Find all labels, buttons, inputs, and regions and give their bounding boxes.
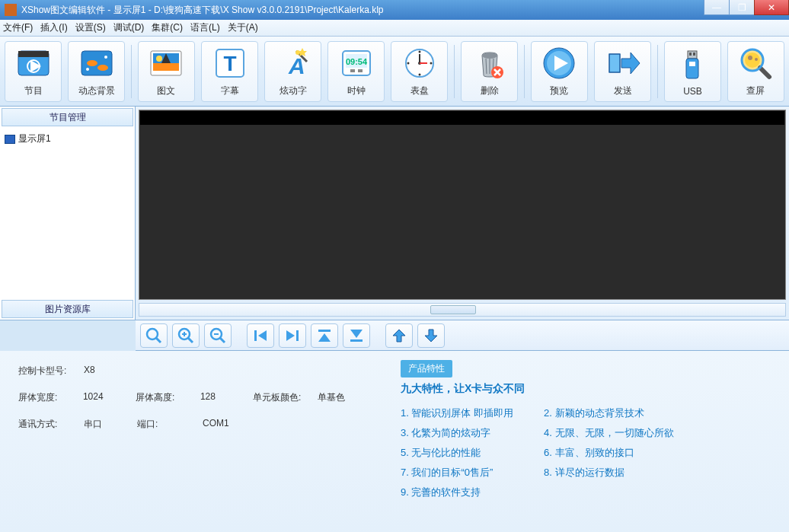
device-info: 控制卡型号: X8 屏体宽度: 1024 屏体高度: 128 单元板颜色: 单基… <box>0 351 388 532</box>
svg-marker-65 <box>286 330 295 341</box>
menu-item-5[interactable]: 语言(L) <box>190 21 220 34</box>
features-tag: 产品特性 <box>401 360 452 377</box>
ctrl-down[interactable] <box>417 323 445 348</box>
ctrl-up[interactable] <box>385 323 413 348</box>
ctrl-first[interactable] <box>247 323 274 348</box>
titlebar: XShow图文编辑软件 - 显示屏1 - D:\搜狗高速下载\X Show v3… <box>0 0 789 20</box>
menubar: 文件(F)插入(I)设置(S)调试(D)集群(C)语言(L)关于(A) <box>0 20 789 37</box>
svg-marker-71 <box>425 330 437 342</box>
tool-play[interactable]: 预览 <box>531 41 588 102</box>
tool-subtitle[interactable]: T字幕 <box>201 41 258 102</box>
tool-program[interactable]: 节目 <box>5 41 62 102</box>
canvas-area <box>136 107 789 320</box>
svg-rect-66 <box>318 330 331 332</box>
svg-line-51 <box>760 68 769 77</box>
tool-usb[interactable]: USB <box>664 41 721 102</box>
tool-label: 时钟 <box>347 84 366 97</box>
ctrl-zoom-in[interactable] <box>172 323 200 348</box>
svg-point-7 <box>104 56 107 59</box>
svg-rect-39 <box>609 54 620 72</box>
menu-item-6[interactable]: 关于(A) <box>228 21 258 34</box>
tool-send[interactable]: 发送 <box>594 41 651 102</box>
svg-point-31 <box>482 53 497 59</box>
features-heading: 九大特性，让X卡与众不同 <box>401 382 777 396</box>
svg-rect-42 <box>688 51 697 59</box>
horizontal-scrollbar[interactable] <box>139 303 786 317</box>
toolbar-separator <box>454 45 455 98</box>
tree-item-screen1[interactable]: 显示屏1 <box>5 131 130 147</box>
svg-rect-64 <box>296 330 299 341</box>
feature-item: 9. 完善的软件支持 <box>401 483 513 502</box>
height-value: 128 <box>200 391 253 404</box>
svg-point-11 <box>156 56 162 62</box>
svg-point-30 <box>407 62 409 65</box>
tool-picture[interactable]: 图文 <box>138 41 195 102</box>
tool-delete[interactable]: 删除 <box>461 41 518 102</box>
svg-rect-62 <box>254 330 257 341</box>
zoom-reset-icon <box>145 327 163 345</box>
svg-point-27 <box>418 51 420 53</box>
tool-magictext[interactable]: A炫动字 <box>264 41 321 102</box>
card-model-value: X8 <box>84 365 137 377</box>
menu-item-3[interactable]: 调试(D) <box>113 21 145 34</box>
svg-marker-70 <box>393 330 405 342</box>
menu-item-1[interactable]: 插入(I) <box>40 21 67 34</box>
sidebar-header[interactable]: 节目管理 <box>2 108 133 126</box>
svg-rect-46 <box>693 53 695 56</box>
close-button[interactable]: ✕ <box>754 0 789 15</box>
tool-label: 炫动字 <box>280 84 307 97</box>
menu-item-0[interactable]: 文件(F) <box>3 21 33 34</box>
up-icon <box>390 327 408 345</box>
feature-item: 7. 我们的目标“0售后” <box>401 463 513 483</box>
menu-item-2[interactable]: 设置(S) <box>75 21 106 34</box>
svg-point-5 <box>87 60 97 66</box>
ctrl-zoom-reset[interactable] <box>140 323 168 348</box>
play-icon <box>541 45 577 81</box>
preview-canvas[interactable] <box>139 110 786 300</box>
tool-digiclock[interactable]: 09:54时钟 <box>327 41 385 102</box>
tool-search[interactable]: 查屏 <box>727 41 784 102</box>
toolbar-separator <box>657 45 658 98</box>
tool-dial[interactable]: 表盘 <box>391 41 448 102</box>
tool-label: 发送 <box>614 84 632 97</box>
tool-label: 查屏 <box>746 84 765 97</box>
svg-line-56 <box>188 338 193 342</box>
svg-rect-21 <box>350 69 355 72</box>
toolbar: 节目动态背景图文T字幕A炫动字09:54时钟表盘删除预览发送USB查屏 <box>0 37 789 107</box>
tool-label: 字幕 <box>221 84 239 97</box>
preview-control-bar <box>136 320 789 351</box>
svg-rect-68 <box>350 339 363 342</box>
digiclock-icon: 09:54 <box>338 45 375 81</box>
features-list-right: 2. 新颖的动态背景技术4. 无限、无限，一切随心所欲6. 丰富、别致的接口8.… <box>544 403 673 502</box>
tool-dynbg[interactable]: 动态背景 <box>68 41 125 102</box>
svg-text:T: T <box>223 52 236 75</box>
zoom-out-icon <box>209 327 227 345</box>
tree-item-label: 显示屏1 <box>18 132 51 145</box>
tool-label: 节目 <box>24 84 43 97</box>
feature-item: 8. 详尽的运行数据 <box>544 463 673 483</box>
comm-value: 串口 <box>84 418 137 431</box>
svg-rect-12 <box>153 63 179 71</box>
ctrl-bottom[interactable] <box>343 323 370 348</box>
toolbar-separator <box>524 45 525 98</box>
svg-marker-69 <box>350 330 363 338</box>
svg-rect-22 <box>358 69 363 72</box>
svg-point-53 <box>147 329 158 339</box>
picture-icon <box>148 45 184 81</box>
sidebar-footer[interactable]: 图片资源库 <box>2 300 133 318</box>
svg-point-6 <box>97 65 108 71</box>
ctrl-last[interactable] <box>279 323 306 348</box>
menu-item-4[interactable]: 集群(C) <box>152 21 183 34</box>
ctrl-top[interactable] <box>311 323 338 348</box>
usb-icon <box>674 46 711 83</box>
scrollbar-thumb[interactable] <box>430 305 476 314</box>
port-value: COM1 <box>203 418 256 431</box>
ctrl-zoom-out[interactable] <box>204 323 232 348</box>
minimize-button[interactable]: — <box>704 0 730 15</box>
subtitle-icon: T <box>212 45 248 81</box>
tool-label: 预览 <box>550 84 568 97</box>
maximize-button[interactable]: ❐ <box>729 0 755 15</box>
sidebar: 节目管理 显示屏1 图片资源库 <box>0 107 136 320</box>
svg-point-50 <box>755 58 758 61</box>
program-tree[interactable]: 显示屏1 <box>0 128 135 298</box>
